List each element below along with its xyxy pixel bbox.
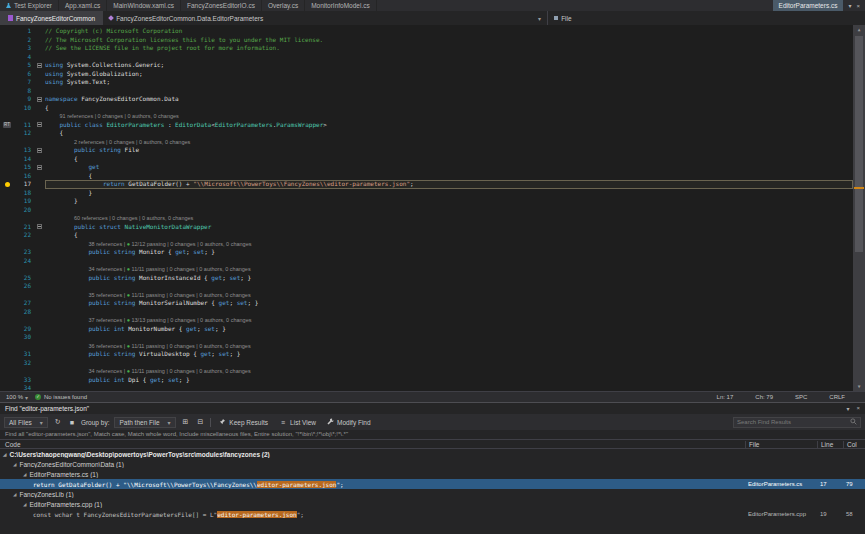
code-line[interactable]: 12{	[0, 129, 853, 138]
code-text[interactable]: // Copyright (c) Microsoft Corporation	[45, 27, 853, 36]
glyph-margin[interactable]	[0, 248, 14, 257]
line-number[interactable]: 32	[14, 359, 34, 368]
code-text[interactable]: return GetDataFolder() + "\\Microsoft\\P…	[45, 180, 853, 189]
find-result-group-row[interactable]: ◢FancyZonesEditorCommon\Data (1)	[0, 459, 865, 469]
line-number[interactable]	[14, 342, 34, 351]
collapse-icon[interactable]	[37, 97, 42, 102]
fold-margin[interactable]	[34, 87, 45, 96]
glyph-margin[interactable]	[0, 87, 14, 96]
codelens-text[interactable]: 37 references | ● 13/13 passing | 0 chan…	[45, 316, 853, 325]
column-file[interactable]: File	[745, 441, 817, 448]
line-number[interactable]: 4	[14, 53, 34, 62]
line-number[interactable]: 14	[14, 155, 34, 164]
codelens-row[interactable]: 34 references | ● 11/11 passing | 0 chan…	[0, 265, 853, 274]
codelens-row[interactable]: 2 references | 0 changes | 0 authors, 0 …	[0, 138, 853, 147]
fold-margin[interactable]	[34, 257, 45, 266]
code-text[interactable]: // The Microsoft Corporation licenses th…	[45, 36, 853, 45]
fold-margin[interactable]	[34, 265, 45, 274]
find-result-group-row[interactable]: ◢EditorParameters.cs (1)	[0, 469, 865, 479]
line-number[interactable]: 19	[14, 197, 34, 206]
glyph-margin[interactable]	[0, 27, 14, 36]
glyph-margin[interactable]	[0, 223, 14, 232]
line-number[interactable]	[14, 138, 34, 147]
fold-margin[interactable]	[34, 342, 45, 351]
code-text[interactable]	[45, 359, 853, 368]
code-text[interactable]: {	[45, 155, 853, 164]
scroll-up-icon[interactable]: ▲	[853, 25, 865, 34]
codelens-text[interactable]: 38 references | ● 12/12 passing | 0 chan…	[45, 240, 853, 249]
code-line[interactable]: 15get	[0, 163, 853, 172]
line-number[interactable]: 6	[14, 70, 34, 79]
fold-margin[interactable]	[34, 223, 45, 232]
code-text[interactable]: public string MonitorInstanceId { get; s…	[45, 274, 853, 283]
fold-margin[interactable]	[34, 104, 45, 113]
close-icon[interactable]: ×	[856, 3, 860, 9]
code-text[interactable]	[45, 206, 853, 215]
code-line[interactable]: 5using System.Collections.Generic;	[0, 61, 853, 70]
line-number[interactable]: 2	[14, 36, 34, 45]
stop-search-icon[interactable]: ■	[68, 419, 76, 426]
glyph-margin[interactable]	[0, 282, 14, 291]
code-text[interactable]	[45, 53, 853, 62]
line-number[interactable]: 16	[14, 172, 34, 181]
code-text[interactable]: namespace FancyZonesEditorCommon.Data	[45, 95, 853, 104]
fold-margin[interactable]	[34, 189, 45, 198]
line-number[interactable]: 28	[14, 308, 34, 317]
glyph-margin[interactable]: RT	[0, 121, 14, 130]
line-number[interactable]	[14, 214, 34, 223]
codelens-row[interactable]: 60 references | 0 changes | 0 authors, 0…	[0, 214, 853, 223]
code-text[interactable]	[45, 282, 853, 291]
codelens-text[interactable]: 91 references | 0 changes | 0 authors, 0…	[45, 112, 853, 121]
glyph-margin[interactable]	[0, 95, 14, 104]
line-number[interactable]: 34	[14, 384, 34, 391]
code-text[interactable]	[45, 384, 853, 391]
code-line[interactable]: 16{	[0, 172, 853, 181]
fold-margin[interactable]	[34, 61, 45, 70]
fold-margin[interactable]	[34, 36, 45, 45]
code-text[interactable]	[45, 257, 853, 266]
code-line[interactable]: 20	[0, 206, 853, 215]
code-line[interactable]: 1// Copyright (c) Microsoft Corporation	[0, 27, 853, 36]
code-line[interactable]: 3// See the LICENSE file in the project …	[0, 44, 853, 53]
fold-margin[interactable]	[34, 325, 45, 334]
code-line[interactable]: 8	[0, 87, 853, 96]
glyph-margin[interactable]	[0, 180, 14, 189]
code-text[interactable]: public struct NativeMonitorDataWrapper	[45, 223, 853, 232]
code-text[interactable]: {	[45, 172, 853, 181]
glyph-margin[interactable]	[0, 53, 14, 62]
code-line[interactable]: 14{	[0, 155, 853, 164]
code-text[interactable]: public int Dpi { get; set; }	[45, 376, 853, 385]
line-number[interactable]	[14, 291, 34, 300]
collapse-icon[interactable]	[37, 122, 42, 127]
fold-margin[interactable]	[34, 146, 45, 155]
tree-expanded-icon[interactable]: ◢	[13, 492, 16, 497]
glyph-margin[interactable]	[0, 240, 14, 249]
code-line[interactable]: 17return GetDataFolder() + "\\Microsoft\…	[0, 180, 853, 189]
code-text[interactable]: public string VirtualDesktop { get; set;…	[45, 350, 853, 359]
fold-margin[interactable]	[34, 44, 45, 53]
fold-margin[interactable]	[34, 78, 45, 87]
code-line[interactable]: 21public struct NativeMonitorDataWrapper	[0, 223, 853, 232]
repeat-search-icon[interactable]: ↻	[53, 418, 63, 426]
fold-margin[interactable]	[34, 299, 45, 308]
chevron-down-icon[interactable]: ▾	[846, 405, 849, 412]
code-line[interactable]: 25public string MonitorInstanceId { get;…	[0, 274, 853, 283]
fold-margin[interactable]	[34, 240, 45, 249]
column-col[interactable]: Col	[843, 441, 865, 448]
line-number[interactable]: 12	[14, 129, 34, 138]
glyph-margin[interactable]	[0, 78, 14, 87]
line-number[interactable]: 11	[14, 121, 34, 130]
find-result-group-row[interactable]: ◢EditorParameters.cpp (1)	[0, 499, 865, 509]
fold-margin[interactable]	[34, 282, 45, 291]
code-text[interactable]: {	[45, 231, 853, 240]
search-input[interactable]	[737, 419, 847, 425]
glyph-margin[interactable]	[0, 189, 14, 198]
find-result-group-row[interactable]: ◢C:\Users\zhaopengwang\Desktop\powertoys…	[0, 449, 865, 459]
codelens-row[interactable]: 38 references | ● 12/12 passing | 0 chan…	[0, 240, 853, 249]
glyph-margin[interactable]	[0, 367, 14, 376]
glyph-margin[interactable]	[0, 333, 14, 342]
window-tab[interactable]: FancyZonesEditorIO.cs	[181, 0, 262, 11]
glyph-margin[interactable]	[0, 112, 14, 121]
find-result-row[interactable]: return GetDataFolder() + "\\Microsoft\\P…	[0, 479, 865, 489]
code-line[interactable]: 26	[0, 282, 853, 291]
